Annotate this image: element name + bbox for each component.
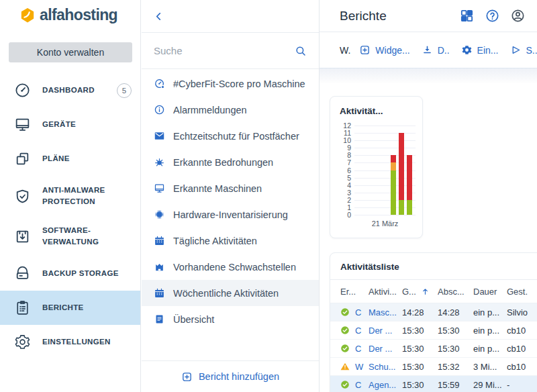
activity-link[interactable]: Der ...: [369, 344, 402, 354]
end-time: 15:59: [438, 380, 473, 390]
activity-link[interactable]: Masc...: [369, 307, 402, 317]
column-header[interactable]: Gest.: [507, 287, 537, 297]
column-header[interactable]: Er...: [340, 287, 369, 297]
sidebar-item-backup-storage[interactable]: BACKUP STORAGE: [0, 256, 140, 291]
end-time: 15:32: [438, 362, 473, 372]
panel-back-row: [142, 0, 319, 33]
duration: ein p...: [473, 326, 507, 336]
report-item-cyberfit-score-pro-maschine[interactable]: #CyberFit-Score pro Maschine: [142, 70, 319, 97]
activity-row[interactable]: C Der ... 15:30 15:30 ein p... cb10: [330, 322, 537, 340]
duration: ein p...: [473, 307, 507, 317]
add-widget-button[interactable]: Widge...: [359, 44, 409, 56]
download-label: D..: [438, 45, 450, 56]
send-button[interactable]: S..: [510, 44, 537, 56]
duration: 29 Mi...: [473, 380, 507, 390]
report-item-alarmmeldungen[interactable]: Alarmmeldungen: [142, 97, 319, 123]
bar: [399, 133, 404, 215]
search-icon[interactable]: [295, 45, 307, 57]
report-item-wochentliche-aktivitaten[interactable]: Wöchentliche Aktivitäten: [142, 280, 319, 306]
report-item-erkannte-bedrohungen[interactable]: Erkannte Bedrohungen: [142, 149, 319, 175]
start-time: 15:30: [402, 380, 438, 390]
storage-drive-icon: [14, 265, 31, 282]
activity-link[interactable]: Schu...: [369, 362, 402, 372]
column-header[interactable]: Absc...: [438, 287, 473, 297]
activity-type: C: [355, 380, 361, 390]
add-report-button[interactable]: Bericht hinzufügen: [142, 360, 319, 392]
column-header-sorted[interactable]: G...: [402, 287, 438, 297]
notification-badge: 5: [117, 83, 132, 98]
sidebar-item-label: BACKUP STORAGE: [42, 268, 132, 279]
report-item-ubersicht[interactable]: Übersicht: [142, 306, 319, 332]
report-item-hardware-inventarisierung[interactable]: Hardware-Inventarisierung: [142, 201, 319, 228]
scroll-shade: [320, 68, 537, 83]
shield-check-icon: [14, 188, 31, 205]
search-input[interactable]: [154, 45, 289, 56]
chevron-left-icon[interactable]: [153, 11, 164, 22]
brand-name: alfahosting: [40, 6, 117, 24]
end-time: 14:28: [438, 307, 473, 317]
chart-x-tick-label: 21 März: [340, 219, 416, 228]
software-box-icon: [14, 228, 31, 245]
report-item-label: Echtzeitschutz für Postfächer: [173, 131, 299, 142]
started-by: cb10: [507, 362, 537, 372]
start-time: 15:30: [402, 344, 438, 354]
report-item-label: Vorhandene Schwachstellen: [173, 262, 296, 273]
gear-icon: [461, 44, 473, 56]
add-report-label: Bericht hinzufügen: [199, 371, 279, 382]
start-time: 14:28: [402, 307, 438, 317]
chart-y-axis: 1211109876543210: [340, 126, 354, 215]
activity-row[interactable]: C Der ... 15:30 15:30 ein p... cb10: [330, 340, 537, 358]
manage-account-button[interactable]: Konto verwalten: [9, 42, 132, 62]
apps-grid-icon[interactable]: [459, 8, 475, 23]
sidebar-item-software-verwaltung[interactable]: SOFTWARE-VERWALTUNG: [0, 216, 140, 256]
sidebar-nav: DASHBOARD 5 GERÄTE PLÄNE ANTI-MALWARE PR…: [0, 73, 140, 359]
chart-title: Aktivität...: [340, 106, 416, 116]
sidebar-item-einstellungen[interactable]: EINSTELLUNGEN: [0, 325, 140, 359]
column-header[interactable]: Aktivi...: [369, 287, 402, 297]
page-title: Berichte: [340, 9, 459, 23]
sort-asc-icon: [421, 287, 430, 296]
report-item-label: Alarmmeldungen: [173, 105, 247, 115]
reports-panel: #CyberFit-Score pro Maschine Alarmmeldun…: [142, 0, 320, 392]
report-item-tagliche-aktivitaten[interactable]: Tägliche Aktivitäten: [142, 228, 319, 254]
column-header[interactable]: Dauer: [473, 287, 507, 297]
cyberfit-gauge-icon: [154, 78, 165, 89]
sidebar-item-berichte[interactable]: BERICHTE: [0, 291, 140, 325]
report-item-erkannte-maschinen[interactable]: Erkannte Maschinen: [142, 175, 319, 201]
status-cell: C: [340, 307, 369, 317]
send-label: S..: [526, 45, 537, 56]
sidebar-item-plane[interactable]: PLÄNE: [0, 142, 140, 176]
help-question-icon[interactable]: [485, 8, 500, 23]
activity-row[interactable]: C Masc... 14:28 14:28 ein p... Silvio: [330, 303, 537, 322]
check-circle-icon: [340, 380, 350, 389]
sidebar-item-gerate[interactable]: GERÄTE: [0, 107, 140, 142]
activities-chart-widget[interactable]: Aktivität... 1211109876543210 21 März: [330, 96, 423, 238]
sidebar-item-label: PLÄNE: [42, 153, 132, 164]
download-button[interactable]: D..: [422, 44, 450, 56]
account-icon[interactable]: [510, 8, 526, 23]
mail-icon: [154, 130, 165, 142]
activity-table-header: Er...Aktivi...G...Absc...DauerGest.: [330, 280, 537, 303]
activity-row[interactable]: W Schu... 15:30 15:32 3 Mi... cb10: [330, 358, 537, 376]
activity-type: C: [355, 344, 361, 354]
gauge-icon: [14, 82, 31, 99]
download-icon: [422, 44, 433, 56]
report-item-echtzeitschutz-fur-postfacher[interactable]: Echtzeitschutz für Postfächer: [142, 123, 319, 149]
calendar-icon: [154, 235, 165, 246]
report-list: #CyberFit-Score pro Maschine Alarmmeldun…: [142, 69, 319, 332]
activity-link[interactable]: Agen...: [369, 380, 402, 390]
activity-list-widget: Aktivitätsliste Er...Aktivi...G...Absc..…: [330, 252, 537, 392]
bar-segment-warnung: [391, 162, 396, 170]
monitor-icon: [14, 116, 31, 133]
calendar-icon: [154, 287, 165, 299]
activity-link[interactable]: Der ...: [369, 326, 402, 336]
sidebar-item-dashboard[interactable]: DASHBOARD 5: [0, 73, 140, 107]
activity-row[interactable]: C Agen... 15:30 15:59 29 Mi... -: [330, 376, 537, 392]
report-item-vorhandene-schwachstellen[interactable]: Vorhandene Schwachstellen: [142, 254, 319, 280]
sidebar-item-label: EINSTELLUNGEN: [42, 336, 132, 348]
settings-button[interactable]: Ein...: [461, 44, 499, 56]
sidebar-item-label: GERÄTE: [42, 119, 132, 130]
sidebar-item-label: BERICHTE: [42, 302, 132, 313]
sidebar-item-anti-malware-protection[interactable]: ANTI-MALWARE PROTECTION: [0, 176, 140, 216]
activity-type: C: [355, 326, 361, 336]
